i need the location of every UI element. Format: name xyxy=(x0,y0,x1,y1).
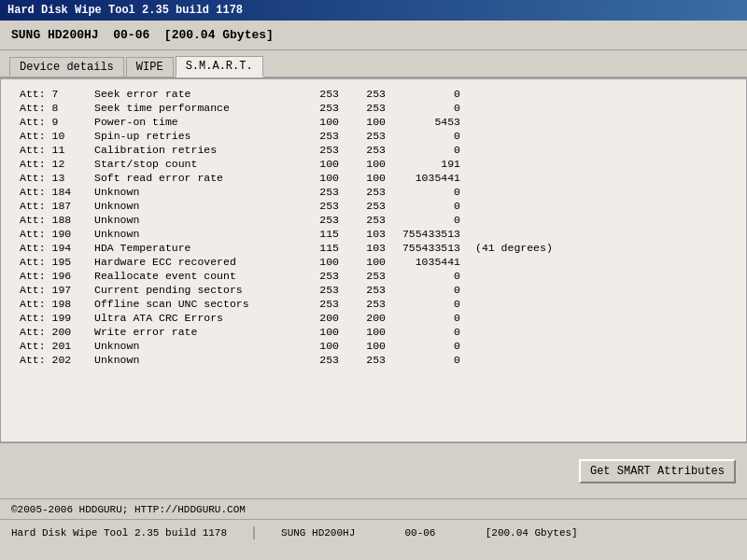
att-value2: 100 xyxy=(343,339,389,353)
att-number: Att: 194 xyxy=(16,241,91,255)
get-smart-attributes-button[interactable]: Get SMART Attributes xyxy=(579,459,736,483)
att-number: Att: 13 xyxy=(16,171,91,185)
att-extra xyxy=(464,255,731,269)
att-value2: 100 xyxy=(343,255,389,269)
att-value1: 253 xyxy=(296,143,343,157)
table-row: Att: 198Offline scan UNC sectors2532530 xyxy=(16,297,731,311)
att-extra xyxy=(464,157,731,171)
att-value3: 0 xyxy=(389,283,464,297)
table-row: Att: 12Start/stop count100100191 xyxy=(16,157,731,171)
att-value2: 253 xyxy=(343,213,389,227)
table-row: Att: 187Unknown2532530 xyxy=(16,199,731,213)
att-name: Unknown xyxy=(91,199,296,213)
att-value2: 253 xyxy=(343,269,389,283)
title-bar-label: Hard Disk Wipe Tool 2.35 build 1178 xyxy=(7,4,243,17)
att-value2: 253 xyxy=(343,199,389,213)
att-extra xyxy=(464,185,731,199)
att-name: HDA Temperature xyxy=(91,241,296,255)
att-extra xyxy=(464,269,731,283)
att-value2: 253 xyxy=(343,101,389,115)
att-number: Att: 196 xyxy=(16,269,91,283)
table-row: Att: 197Current pending sectors2532530 xyxy=(16,283,731,297)
table-row: Att: 7Seek error rate2532530 xyxy=(16,87,731,101)
att-number: Att: 8 xyxy=(16,101,91,115)
att-value2: 103 xyxy=(343,241,389,255)
table-row: Att: 201Unknown1001000 xyxy=(16,339,731,353)
table-row: Att: 8Seek time performance2532530 xyxy=(16,101,731,115)
att-number: Att: 7 xyxy=(16,87,91,101)
att-value3: 0 xyxy=(389,269,464,283)
tab-device-details[interactable]: Device details xyxy=(9,57,124,77)
att-value3: 0 xyxy=(389,353,464,367)
att-extra xyxy=(464,339,731,353)
table-row: Att: 196Reallocate event count2532530 xyxy=(16,269,731,283)
att-value2: 253 xyxy=(343,283,389,297)
table-row: Att: 190Unknown115103755433513 xyxy=(16,227,731,241)
att-value2: 253 xyxy=(343,129,389,143)
att-value3: 1035441 xyxy=(389,171,464,185)
separator xyxy=(253,526,255,539)
table-row: Att: 10Spin-up retries2532530 xyxy=(16,129,731,143)
table-row: Att: 194HDA Temperature115103755433513(4… xyxy=(16,241,731,255)
att-name: Offline scan UNC sectors xyxy=(91,297,296,311)
att-number: Att: 9 xyxy=(16,115,91,129)
att-extra xyxy=(464,213,731,227)
att-name: Unknown xyxy=(91,339,296,353)
att-value2: 103 xyxy=(343,227,389,241)
att-value3: 755433513 xyxy=(389,227,464,241)
att-value2: 100 xyxy=(343,115,389,129)
att-value1: 100 xyxy=(296,115,343,129)
copyright-bar: ©2005-2006 HDDGURU; HTTP://HDDGURU.COM xyxy=(0,498,747,519)
att-value3: 0 xyxy=(389,339,464,353)
att-value2: 100 xyxy=(343,157,389,171)
table-row: Att: 188Unknown2532530 xyxy=(16,213,731,227)
tab-smart[interactable]: S.M.A.R.T. xyxy=(176,56,263,77)
att-number: Att: 11 xyxy=(16,143,91,157)
table-row: Att: 195Hardware ECC recovered1001001035… xyxy=(16,255,731,269)
att-name: Power-on time xyxy=(91,115,296,129)
status-bar: Hard Disk Wipe Tool 2.35 build 1178 SUNG… xyxy=(0,519,747,545)
att-value2: 100 xyxy=(343,171,389,185)
att-number: Att: 201 xyxy=(16,339,91,353)
att-extra xyxy=(464,227,731,241)
att-name: Current pending sectors xyxy=(91,283,296,297)
disk-info-bar: SUNG HD200HJ 00-06 [200.04 Gbytes] xyxy=(0,21,747,50)
att-value1: 253 xyxy=(296,283,343,297)
att-value1: 100 xyxy=(296,339,343,353)
att-number: Att: 12 xyxy=(16,157,91,171)
status-size: [200.04 Gbytes] xyxy=(486,527,578,539)
table-row: Att: 199Ultra ATA CRC Errors2002000 xyxy=(16,311,731,325)
att-value1: 253 xyxy=(296,297,343,311)
att-value1: 253 xyxy=(296,129,343,143)
att-number: Att: 184 xyxy=(16,185,91,199)
title-bar: Hard Disk Wipe Tool 2.35 build 1178 xyxy=(0,0,747,21)
att-name: Ultra ATA CRC Errors xyxy=(91,311,296,325)
att-name: Unknown xyxy=(91,227,296,241)
att-extra xyxy=(464,199,731,213)
att-name: Unknown xyxy=(91,353,296,367)
att-extra xyxy=(464,101,731,115)
att-value3: 0 xyxy=(389,311,464,325)
disk-size: [200.04 Gbytes] xyxy=(164,28,274,42)
att-value2: 100 xyxy=(343,325,389,339)
tab-wipe[interactable]: WIPE xyxy=(126,57,174,77)
att-value1: 100 xyxy=(296,157,343,171)
att-value2: 253 xyxy=(343,185,389,199)
att-number: Att: 198 xyxy=(16,297,91,311)
smart-content-area: Att: 7Seek error rate2532530Att: 8Seek t… xyxy=(0,78,747,442)
copyright-text: ©2005-2006 HDDGURU; HTTP://HDDGURU.COM xyxy=(11,504,246,515)
att-value3: 755433513 xyxy=(389,241,464,255)
att-number: Att: 200 xyxy=(16,325,91,339)
att-name: Reallocate event count xyxy=(91,269,296,283)
att-value3: 1035441 xyxy=(389,255,464,269)
table-row: Att: 11Calibration retries2532530 xyxy=(16,143,731,157)
att-extra: (41 degrees) xyxy=(464,241,731,255)
att-value2: 253 xyxy=(343,353,389,367)
att-value2: 200 xyxy=(343,311,389,325)
att-number: Att: 190 xyxy=(16,227,91,241)
att-value1: 253 xyxy=(296,101,343,115)
att-name: Start/stop count xyxy=(91,157,296,171)
att-value3: 0 xyxy=(389,297,464,311)
att-number: Att: 187 xyxy=(16,199,91,213)
att-number: Att: 195 xyxy=(16,255,91,269)
